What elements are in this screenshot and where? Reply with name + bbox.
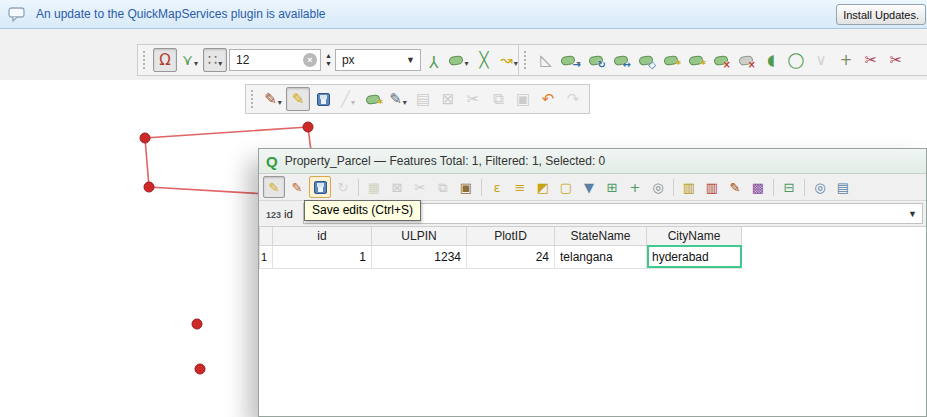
column-header-cityname[interactable]: CityName — [647, 227, 742, 245]
multi-edit-button[interactable]: ✎ — [286, 176, 308, 198]
install-updates-button[interactable]: Install Updates. — [836, 4, 926, 25]
rotate-feature-button[interactable]: ↻ — [584, 48, 608, 72]
trim-extend-button[interactable]: + — [834, 48, 858, 72]
cell-id[interactable]: 1 — [273, 245, 372, 268]
vertex-marker — [303, 122, 313, 132]
cell-plotid[interactable]: 24 — [467, 245, 555, 268]
delete-ring-button[interactable]: × — [709, 48, 733, 72]
vertex-tool-button[interactable]: ✎▾ — [386, 87, 410, 111]
switch-to-form-view-button[interactable]: ▤ — [832, 176, 854, 198]
delete-field-button[interactable]: ▥ — [701, 176, 723, 198]
point-feature — [195, 364, 205, 374]
tolerance-stepper[interactable]: ▲▼ — [325, 52, 332, 67]
toolbar-grip[interactable] — [251, 90, 256, 108]
paste-features-button[interactable]: ▣ — [455, 176, 477, 198]
snapping-type-button[interactable]: ∷▾ — [203, 48, 227, 72]
step-down-icon: ▼ — [325, 60, 332, 68]
snapping-on-intersection-icon: ╳ — [479, 53, 488, 68]
row-number[interactable]: 1 — [260, 245, 273, 268]
pan-to-selected-button[interactable]: + — [624, 176, 646, 198]
add-ring-button[interactable]: * — [659, 48, 683, 72]
fill-ring-button[interactable]: ◖ — [759, 48, 783, 72]
cut-features-icon: ✂ — [415, 181, 426, 194]
cell-statename[interactable]: telangana — [555, 245, 647, 268]
save-edits-button[interactable] — [309, 176, 331, 198]
move-feature-overlay-icon: → — [573, 60, 581, 70]
scale-feature-button[interactable]: ↔ — [609, 48, 633, 72]
digitize-with-segment-icon: ╱ — [341, 92, 350, 107]
toolbar-grip[interactable] — [143, 51, 148, 69]
chevron-down-icon: ▼ — [406, 55, 420, 65]
snapping-on-intersection-button[interactable]: ╳ — [472, 48, 496, 72]
step-up-icon: ▲ — [325, 52, 332, 60]
cell-ulpin[interactable]: 1234 — [372, 245, 467, 268]
notification-message: An update to the QuickMapServices plugin… — [36, 7, 326, 21]
save-edits-tooltip: Save edits (Ctrl+S) — [304, 200, 421, 221]
cut-features-icon: ✂ — [467, 92, 480, 107]
cell-cityname[interactable]: hyderabad — [647, 245, 742, 268]
zoom-to-selected-button[interactable]: ⊞ — [601, 176, 623, 198]
fill-ring-icon: ◖ — [767, 53, 775, 68]
new-field-icon: ▥ — [683, 181, 695, 194]
delete-part-overlay-icon: × — [748, 60, 756, 70]
snapping-tolerance-input[interactable]: 12 × — [229, 49, 321, 71]
save-layer-edits-icon — [317, 93, 330, 106]
dock-attribute-table-button[interactable]: ⊟ — [778, 176, 800, 198]
undo-button[interactable]: ↶ — [536, 87, 560, 111]
column-header-statename[interactable]: StateName — [555, 227, 647, 245]
simplify-feature-button[interactable]: ◇ — [634, 48, 658, 72]
window-titlebar[interactable]: Q Property_Parcel — Features Total: 1, F… — [259, 149, 926, 174]
split-parts-icon: ✂ — [890, 53, 903, 68]
column-header-plotid[interactable]: PlotID — [467, 227, 555, 245]
delete-part-button[interactable]: × — [734, 48, 758, 72]
invert-selection-button[interactable]: ◩ — [532, 176, 554, 198]
snapping-type-dropdown-icon: ▾ — [218, 59, 222, 71]
split-features-button[interactable]: ✂ — [859, 48, 883, 72]
snapping-tolerance-value: 12 — [233, 53, 303, 67]
field-calculator-button[interactable]: ✎ — [724, 176, 746, 198]
column-header-ulpin[interactable]: ULPIN — [372, 227, 467, 245]
select-by-expression-button[interactable]: ε — [486, 176, 508, 198]
invert-selection-icon: ◩ — [537, 181, 549, 194]
vertex-tool-icon: ✎ — [389, 92, 402, 107]
filter-select-button[interactable]: ▼ — [578, 176, 600, 198]
conditional-formatting-button[interactable]: ▩ — [747, 176, 769, 198]
toggle-editing-button[interactable]: ✎ — [286, 87, 310, 111]
enable-advanced-digitizing-button[interactable]: ◺ — [534, 48, 558, 72]
avoid-overlap-dropdown-icon: ▾ — [464, 59, 468, 71]
actions-button[interactable]: ◎ — [809, 176, 831, 198]
offset-curve-button[interactable]: ◯ — [784, 48, 808, 72]
toolbar-grip[interactable] — [524, 51, 529, 69]
split-parts-button[interactable]: ✂ — [884, 48, 908, 72]
flash-features-button[interactable]: ◎ — [647, 176, 669, 198]
field-selector[interactable]: 123 id — [266, 208, 293, 220]
window-title: Property_Parcel — Features Total: 1, Fil… — [285, 154, 606, 168]
rotate-feature-overlay-icon: ↻ — [598, 60, 606, 70]
reshape-features-icon: ∨ — [816, 53, 827, 68]
dock-attribute-table-icon: ⊟ — [784, 181, 795, 194]
clear-icon[interactable]: × — [303, 53, 317, 67]
save-layer-edits-button[interactable] — [311, 87, 335, 111]
toolbar-separator — [804, 179, 805, 196]
add-polygon-feature-button[interactable]: * — [361, 87, 385, 111]
toggle-editing-button[interactable]: ✎ — [263, 176, 285, 198]
topological-editing-button[interactable]: Y — [422, 48, 446, 72]
move-feature-button[interactable]: →▾ — [559, 48, 583, 72]
current-edits-button[interactable]: ✎▾ — [261, 87, 285, 111]
row-header-corner[interactable] — [260, 227, 273, 245]
add-part-button[interactable]: * — [684, 48, 708, 72]
toggle-editing-icon: ✎ — [269, 181, 280, 194]
pan-to-selected-icon: + — [630, 181, 641, 194]
field-type-icon: 123 — [266, 210, 281, 220]
split-features-icon: ✂ — [865, 53, 878, 68]
column-header-id[interactable]: id — [273, 227, 372, 245]
digitize-with-segment-dropdown-icon: ▾ — [351, 98, 355, 110]
deselect-all-button[interactable]: ▢ — [555, 176, 577, 198]
avoid-overlap-button[interactable]: ▾ — [447, 48, 471, 72]
select-all-button[interactable]: ≡ — [509, 176, 531, 198]
field-name-label: id — [284, 208, 293, 220]
snapping-mode-vertex-button[interactable]: ⋎▾ — [178, 48, 202, 72]
snapping-unit-select[interactable]: px ▼ — [335, 49, 421, 71]
new-field-button[interactable]: ▥ — [678, 176, 700, 198]
enable-snapping-button[interactable]: Ω — [153, 48, 177, 72]
